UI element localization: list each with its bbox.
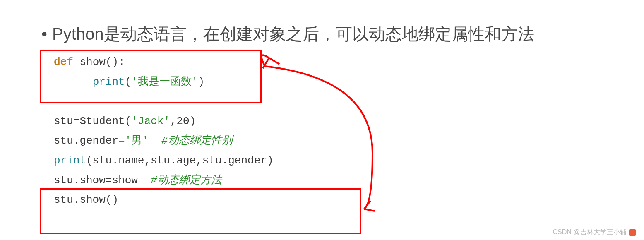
- bullet-text: Python是动态语言，在创建对象之后，可以动态地绑定属性和方法: [52, 23, 534, 46]
- string-literal: 'Jack': [131, 115, 170, 127]
- code-text: (stu.name,stu.age,stu.gender): [86, 154, 273, 167]
- code-text: stu.show=show: [54, 174, 151, 187]
- string-literal: '男': [125, 134, 149, 147]
- watermark: CSDN @吉林大学王小辅: [553, 228, 636, 237]
- annotation-box-bottom: [40, 188, 361, 234]
- code-line-5: stu.gender='男' #动态绑定性别: [54, 132, 274, 150]
- annotation-box-top: [40, 50, 262, 103]
- code-text: stu.gender=: [54, 134, 125, 147]
- comment: #动态绑定性别: [161, 134, 233, 147]
- number-literal: 20: [176, 115, 189, 127]
- code-line-7: stu.show=show #动态绑定方法: [54, 172, 274, 190]
- paren: ): [190, 115, 196, 127]
- code-text: stu=Student(: [54, 115, 131, 127]
- keyword-print: print: [54, 154, 86, 167]
- comment: #动态绑定方法: [151, 174, 222, 187]
- bullet-line: • Python是动态语言，在创建对象之后，可以动态地绑定属性和方法: [41, 23, 534, 46]
- code-line-6: print(stu.name,stu.age,stu.gender): [54, 152, 274, 170]
- comma: ,: [170, 115, 177, 127]
- watermark-icon: [629, 229, 636, 236]
- watermark-text: CSDN @吉林大学王小辅: [553, 228, 627, 235]
- space: [149, 134, 161, 147]
- bullet-dot: •: [41, 25, 47, 43]
- code-line-4: stu=Student('Jack',20): [54, 113, 274, 130]
